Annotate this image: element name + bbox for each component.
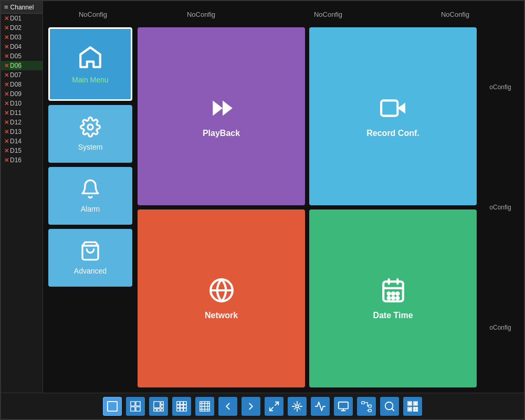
svg-point-12 (392, 292, 394, 295)
channel-name: D01 (10, 15, 22, 22)
svg-rect-66 (416, 407, 417, 408)
globe-icon (208, 277, 235, 306)
svg-rect-17 (108, 401, 117, 411)
channel-item[interactable]: ✕D10 (1, 99, 43, 108)
channel-x-mark: ✕ (4, 100, 9, 107)
fullscreen-button[interactable] (265, 397, 284, 416)
channel-item[interactable]: ✕D09 (1, 89, 43, 99)
record-conf-tile[interactable]: Record Conf. (309, 27, 477, 205)
svg-rect-33 (184, 405, 187, 408)
channel-item[interactable]: ✕D13 (1, 127, 43, 136)
network-tile[interactable]: Network (138, 209, 305, 387)
qr-code-button[interactable] (403, 397, 422, 416)
noconfig-label-2: NoConfig (140, 10, 262, 18)
svg-rect-34 (177, 408, 180, 411)
camera-icon (380, 95, 406, 123)
noconfig-label-4: NoConfig (394, 10, 516, 18)
bell-icon (80, 178, 101, 202)
svg-rect-29 (180, 401, 183, 404)
sidebar-header: ≡ Channel (1, 1, 43, 14)
channel-x-mark: ✕ (4, 15, 9, 22)
channel-x-mark: ✕ (4, 157, 9, 164)
datetime-tile[interactable]: Date Time (309, 209, 477, 387)
svg-rect-50 (362, 401, 365, 404)
sixteen-view-icon (199, 401, 211, 412)
channel-x-mark: ✕ (4, 62, 9, 69)
channel-item[interactable]: ✕D03 (1, 33, 43, 42)
sixteen-view-button[interactable] (195, 397, 214, 416)
nine-view-button[interactable] (172, 397, 191, 416)
channel-item[interactable]: ✕D12 (1, 118, 43, 127)
home-icon (77, 44, 103, 72)
gear-icon (80, 117, 101, 140)
quad-view-button[interactable] (126, 397, 145, 416)
svg-point-11 (387, 292, 390, 295)
app: ≡ Channel ✕D01✕D02✕D03✕D04✕D05✕D06✕D07✕D… (0, 0, 525, 420)
channel-item[interactable]: ✕D16 (1, 155, 43, 165)
channel-item[interactable]: ✕D02 (1, 23, 43, 33)
svg-rect-30 (184, 401, 187, 404)
channel-x-mark: ✕ (4, 25, 9, 32)
calendar-icon (380, 277, 406, 306)
channel-item[interactable]: ✕D01 (1, 14, 43, 23)
svg-point-14 (387, 297, 390, 299)
channel-item[interactable]: ✕D07 (1, 70, 43, 80)
six-view-button[interactable] (149, 397, 168, 416)
channel-item[interactable]: ✕D14 (1, 136, 43, 146)
prev-icon (222, 401, 234, 412)
channel-x-mark: ✕ (4, 81, 9, 88)
channel-item[interactable]: ✕D11 (1, 108, 43, 118)
search-button[interactable] (380, 397, 399, 416)
main-menu-tile[interactable]: Main Menu (48, 27, 132, 101)
channel-item[interactable]: ✕D08 (1, 80, 43, 89)
channel-name: D14 (10, 138, 22, 145)
channel-item[interactable]: ✕D15 (1, 146, 43, 155)
playback-tile[interactable]: PlayBack (138, 27, 305, 205)
noconfig-label-3: NoConfig (267, 10, 389, 18)
channel-x-mark: ✕ (4, 138, 9, 145)
channel-item[interactable]: ✕D05 (1, 51, 43, 61)
next-button[interactable] (242, 397, 260, 416)
channel-item[interactable]: ✕D04 (1, 42, 43, 51)
channel-name: D08 (10, 81, 22, 88)
svg-rect-65 (414, 407, 415, 408)
svg-rect-21 (136, 406, 140, 411)
oconfig-label-1: oConfig (489, 83, 511, 91)
network-tree-button[interactable] (357, 397, 376, 416)
alarm-tile[interactable]: Alarm (48, 167, 132, 225)
channel-x-mark: ✕ (4, 110, 9, 117)
system-tile[interactable]: System (48, 105, 132, 163)
stats-button[interactable] (311, 397, 330, 416)
svg-rect-4 (381, 100, 397, 116)
svg-rect-32 (180, 405, 183, 408)
prev-button[interactable] (218, 397, 237, 416)
ptz-icon (291, 401, 303, 412)
svg-point-15 (392, 297, 394, 299)
channel-x-mark: ✕ (4, 148, 9, 154)
svg-rect-60 (409, 402, 411, 404)
channel-name: D10 (10, 100, 22, 107)
middle-area: Main Menu System (48, 27, 519, 387)
svg-marker-3 (213, 100, 223, 116)
svg-rect-68 (416, 410, 417, 411)
svg-rect-18 (131, 401, 135, 405)
channel-item[interactable]: ✕D06 (1, 61, 43, 70)
record-conf-label: Record Conf. (366, 129, 419, 138)
svg-rect-27 (161, 408, 164, 411)
right-labels: oConfig oConfig oConfig (482, 27, 519, 387)
ptz-button[interactable] (288, 397, 307, 416)
advanced-tile[interactable]: Advanced (48, 229, 132, 287)
svg-rect-19 (136, 401, 140, 405)
svg-rect-36 (184, 408, 187, 411)
noconfig-label-1: NoConfig (51, 10, 135, 18)
toolbar (1, 393, 524, 419)
svg-line-45 (270, 407, 273, 410)
svg-rect-35 (180, 408, 183, 411)
channel-x-mark: ✕ (4, 53, 9, 60)
svg-rect-51 (369, 405, 372, 407)
channel-x-mark: ✕ (4, 44, 9, 50)
svg-rect-62 (415, 402, 417, 404)
single-view-button[interactable] (103, 397, 122, 416)
monitor-button[interactable] (334, 397, 353, 416)
network-tree-icon (361, 401, 372, 412)
